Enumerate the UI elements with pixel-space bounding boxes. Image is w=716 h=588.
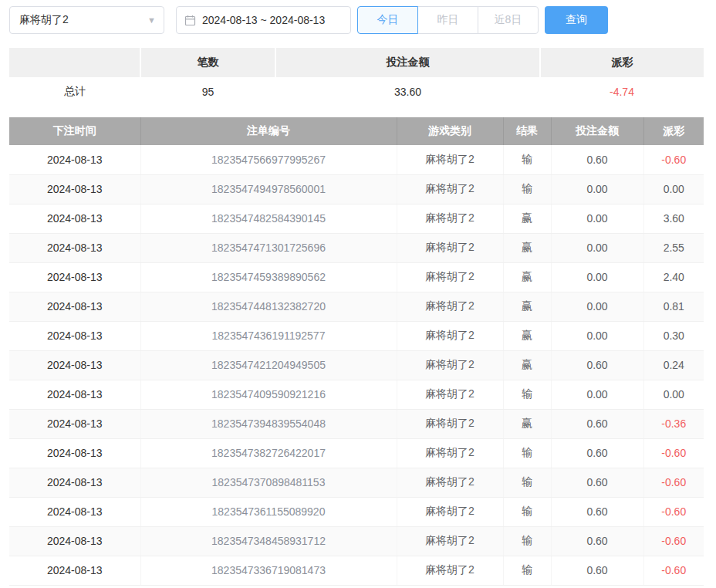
records-header-row: 下注时间 注单编号 游戏类别 结果 投注金额 派彩: [9, 117, 704, 145]
bet-amount-cell: 0.00: [551, 262, 643, 292]
bet-number-cell: 1823547348458931712: [140, 526, 397, 556]
result-cell: 输: [503, 145, 551, 174]
summary-header-empty: [9, 48, 140, 77]
table-row: 2024-08-13 1823547348458931712 麻将胡了2 输 0…: [9, 526, 704, 556]
header-bet-time: 下注时间: [9, 117, 140, 145]
quick-filter-button[interactable]: 近8日: [478, 6, 539, 34]
bet-number-cell: 1823547394839554048: [140, 409, 397, 438]
result-cell: 输: [503, 497, 551, 526]
table-row: 2024-08-13 1823547448132382720 麻将胡了2 赢 0…: [9, 292, 704, 321]
result-cell: 赢: [503, 233, 551, 262]
bet-number-cell: 1823547448132382720: [140, 292, 397, 321]
bet-number-cell: 1823547436191192577: [140, 321, 397, 350]
game-type-cell: 麻将胡了2: [397, 380, 503, 409]
game-type-cell: 麻将胡了2: [397, 556, 503, 585]
result-cell: 赢: [503, 350, 551, 380]
chevron-down-icon: ▼: [147, 15, 156, 25]
bet-amount-cell: 0.60: [551, 350, 643, 380]
result-cell: 赢: [503, 262, 551, 292]
date-range-picker[interactable]: 2024-08-13 ~ 2024-08-13: [176, 6, 351, 34]
game-type-cell: 麻将胡了2: [397, 145, 503, 174]
table-row: 2024-08-13 1823547459389890562 麻将胡了2 赢 0…: [9, 262, 704, 292]
table-row: 2024-08-13 1823547566977995267 麻将胡了2 输 0…: [9, 145, 704, 174]
summary-header-row: 笔数 投注金额 派彩: [9, 48, 704, 77]
game-type-cell: 麻将胡了2: [397, 292, 503, 321]
game-type-cell: 麻将胡了2: [397, 350, 503, 380]
quick-filter-button[interactable]: 昨日: [417, 6, 478, 34]
bet-time-cell: 2024-08-13: [9, 556, 140, 585]
summary-table: 笔数 投注金额 派彩 总计 95 33.60 -4.74: [9, 48, 704, 106]
game-type-cell: 麻将胡了2: [397, 262, 503, 292]
payout-cell: -0.36: [643, 409, 704, 438]
betting-records-page: 麻将胡了2 ▼ 2024-08-13 ~ 2024-08-13 今日昨日近8日 …: [0, 0, 716, 586]
payout-cell: -0.60: [643, 145, 704, 174]
bet-time-cell: 2024-08-13: [9, 380, 140, 409]
summary-header-payout: 派彩: [540, 48, 704, 77]
table-row: 2024-08-13 1823547471301725696 麻将胡了2 赢 0…: [9, 233, 704, 262]
game-type-cell: 麻将胡了2: [397, 174, 503, 204]
summary-total-label: 总计: [9, 77, 140, 106]
game-select-value: 麻将胡了2: [19, 13, 69, 27]
bet-time-cell: 2024-08-13: [9, 497, 140, 526]
bet-amount-cell: 0.60: [551, 438, 643, 468]
payout-cell: 0.00: [643, 174, 704, 204]
payout-cell: -0.60: [643, 526, 704, 556]
table-row: 2024-08-13 1823547421204949505 麻将胡了2 赢 0…: [9, 350, 704, 380]
bet-number-cell: 1823547494978560001: [140, 174, 397, 204]
bet-number-cell: 1823547471301725696: [140, 233, 397, 262]
bet-time-cell: 2024-08-13: [9, 468, 140, 497]
bet-time-cell: 2024-08-13: [9, 350, 140, 380]
table-row: 2024-08-13 1823547482584390145 麻将胡了2 赢 0…: [9, 204, 704, 233]
table-row: 2024-08-13 1823547409590921216 麻将胡了2 输 0…: [9, 380, 704, 409]
bet-time-cell: 2024-08-13: [9, 174, 140, 204]
calendar-icon: [184, 15, 196, 26]
summary-count-value: 95: [140, 77, 275, 106]
payout-cell: 2.55: [643, 233, 704, 262]
payout-cell: 0.30: [643, 321, 704, 350]
table-row: 2024-08-13 1823547370898481153 麻将胡了2 输 0…: [9, 468, 704, 497]
game-type-cell: 麻将胡了2: [397, 233, 503, 262]
payout-cell: 2.40: [643, 262, 704, 292]
payout-cell: -0.60: [643, 497, 704, 526]
game-type-cell: 麻将胡了2: [397, 438, 503, 468]
bet-time-cell: 2024-08-13: [9, 438, 140, 468]
search-button[interactable]: 查询: [545, 6, 608, 34]
game-select[interactable]: 麻将胡了2 ▼: [9, 6, 164, 34]
bet-number-cell: 1823547566977995267: [140, 145, 397, 174]
header-game-type: 游戏类别: [397, 117, 503, 145]
bet-time-cell: 2024-08-13: [9, 145, 140, 174]
bet-amount-cell: 0.00: [551, 204, 643, 233]
bet-amount-cell: 0.60: [551, 526, 643, 556]
bet-amount-cell: 0.00: [551, 321, 643, 350]
header-bet-amount: 投注金额: [551, 117, 643, 145]
bet-number-cell: 1823547382726422017: [140, 438, 397, 468]
bet-number-cell: 1823547459389890562: [140, 262, 397, 292]
game-type-cell: 麻将胡了2: [397, 526, 503, 556]
table-row: 2024-08-13 1823547336719081473 麻将胡了2 输 0…: [9, 556, 704, 585]
header-result: 结果: [503, 117, 551, 145]
result-cell: 输: [503, 468, 551, 497]
bet-number-cell: 1823547361155089920: [140, 497, 397, 526]
summary-header-count: 笔数: [140, 48, 275, 77]
game-type-cell: 麻将胡了2: [397, 409, 503, 438]
game-type-cell: 麻将胡了2: [397, 204, 503, 233]
bet-amount-cell: 0.60: [551, 497, 643, 526]
bet-time-cell: 2024-08-13: [9, 409, 140, 438]
quick-filter-button[interactable]: 今日: [357, 6, 418, 34]
bet-time-cell: 2024-08-13: [9, 526, 140, 556]
summary-payout-value: -4.74: [540, 77, 704, 106]
quick-button-group: 今日昨日近8日: [357, 6, 539, 34]
result-cell: 赢: [503, 409, 551, 438]
table-row: 2024-08-13 1823547494978560001 麻将胡了2 输 0…: [9, 174, 704, 204]
bet-time-cell: 2024-08-13: [9, 262, 140, 292]
bet-amount-cell: 0.60: [551, 468, 643, 497]
result-cell: 赢: [503, 292, 551, 321]
bet-amount-cell: 0.60: [551, 556, 643, 585]
bet-time-cell: 2024-08-13: [9, 292, 140, 321]
header-bet-number: 注单编号: [140, 117, 397, 145]
payout-cell: 0.24: [643, 350, 704, 380]
bet-number-cell: 1823547370898481153: [140, 468, 397, 497]
bet-number-cell: 1823547482584390145: [140, 204, 397, 233]
bet-amount-cell: 0.00: [551, 233, 643, 262]
summary-total-row: 总计 95 33.60 -4.74: [9, 77, 704, 106]
